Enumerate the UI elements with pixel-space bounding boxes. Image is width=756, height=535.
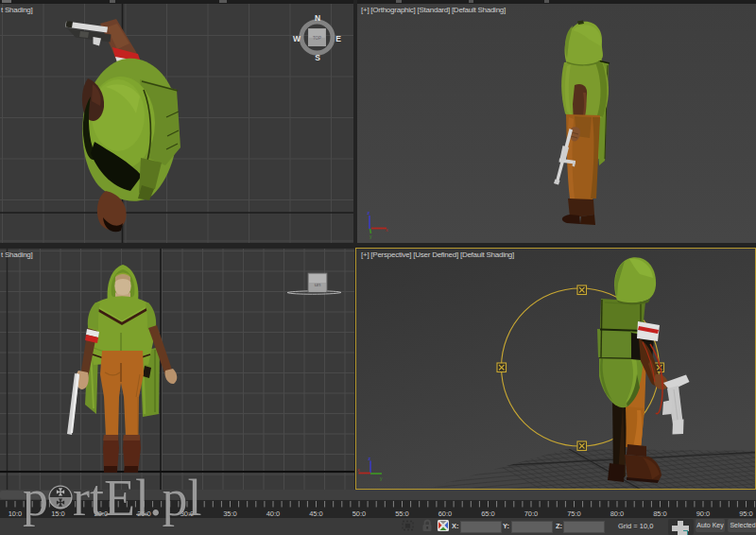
svg-text:N: N <box>315 13 320 23</box>
svg-text:E: E <box>335 34 341 43</box>
svg-text:z: z <box>369 456 371 461</box>
svg-text:y: y <box>369 233 372 239</box>
svg-text:S: S <box>315 53 320 62</box>
svg-text:un: un <box>315 282 321 287</box>
svg-text:65:0: 65:0 <box>481 509 495 518</box>
svg-text:40:0: 40:0 <box>266 509 281 518</box>
svg-text:70:0: 70:0 <box>524 509 539 518</box>
svg-text:35:0: 35:0 <box>223 509 237 518</box>
svg-text:85:0: 85:0 <box>653 509 667 518</box>
svg-text:80:0: 80:0 <box>610 509 625 518</box>
svg-text:75:0: 75:0 <box>567 509 581 518</box>
svg-text:50:0: 50:0 <box>352 509 367 518</box>
svg-text:60:0: 60:0 <box>438 509 453 518</box>
svg-text:TOP: TOP <box>313 36 321 41</box>
svg-text:x: x <box>386 227 388 233</box>
svg-text:45:0: 45:0 <box>309 509 323 518</box>
svg-text:z: z <box>368 210 370 216</box>
svg-text:95:0: 95:0 <box>739 509 753 518</box>
svg-text:W: W <box>293 34 301 43</box>
svg-text:10:0: 10:0 <box>9 509 23 518</box>
svg-text:55:0: 55:0 <box>395 509 409 518</box>
svg-text:90:0: 90:0 <box>696 509 711 518</box>
